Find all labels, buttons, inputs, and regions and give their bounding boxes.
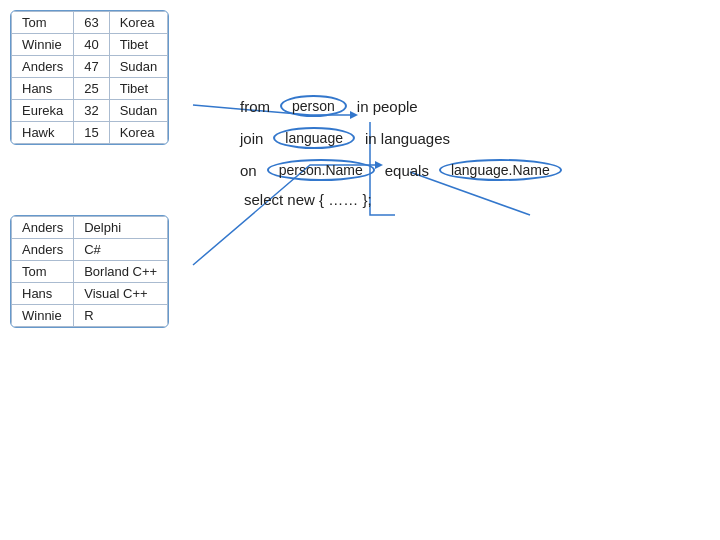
table-cell: Tom [12, 12, 74, 34]
table-cell: Hans [12, 283, 74, 305]
equals-text: equals [385, 162, 429, 179]
table-cell: Korea [109, 122, 168, 144]
query-area: from person in people join language in l… [240, 95, 568, 218]
table-cell: Sudan [109, 100, 168, 122]
table-cell: Hans [12, 78, 74, 100]
in-languages-text: in languages [365, 130, 450, 147]
table-row: HansVisual C++ [12, 283, 168, 305]
main-container: Tom63KoreaWinnie40TibetAnders47SudanHans… [0, 0, 720, 540]
select-text: select new { …… }; [244, 191, 372, 208]
join-keyword: join [240, 130, 263, 147]
table-cell: Sudan [109, 56, 168, 78]
table-cell: Anders [12, 217, 74, 239]
table-row: Hawk15Korea [12, 122, 168, 144]
table-cell: Korea [109, 12, 168, 34]
table-cell: R [74, 305, 168, 327]
join-line: join language in languages [240, 127, 568, 149]
person-oval: person [280, 95, 347, 117]
table-cell: C# [74, 239, 168, 261]
table-row: AndersDelphi [12, 217, 168, 239]
table-cell: Borland C++ [74, 261, 168, 283]
table-cell: 63 [74, 12, 109, 34]
table-cell: Hawk [12, 122, 74, 144]
table-row: Anders47Sudan [12, 56, 168, 78]
table-row: Winnie40Tibet [12, 34, 168, 56]
table-cell: Winnie [12, 305, 74, 327]
from-keyword: from [240, 98, 270, 115]
table-row: WinnieR [12, 305, 168, 327]
table-cell: Tom [12, 261, 74, 283]
on-keyword: on [240, 162, 257, 179]
table-cell: 40 [74, 34, 109, 56]
table-cell: Anders [12, 239, 74, 261]
table-row: AndersC# [12, 239, 168, 261]
person-name-oval: person.Name [267, 159, 375, 181]
table-row: Tom63Korea [12, 12, 168, 34]
from-line: from person in people [240, 95, 568, 117]
table-cell: 25 [74, 78, 109, 100]
in-people-text: in people [357, 98, 418, 115]
table-cell: Delphi [74, 217, 168, 239]
table-cell: Tibet [109, 34, 168, 56]
languages-table: AndersDelphiAndersC#TomBorland C++HansVi… [10, 215, 169, 328]
table-row: TomBorland C++ [12, 261, 168, 283]
table-cell: Anders [12, 56, 74, 78]
table-cell: Tibet [109, 78, 168, 100]
table-cell: 15 [74, 122, 109, 144]
table-cell: Visual C++ [74, 283, 168, 305]
table-cell: 32 [74, 100, 109, 122]
language-name-oval: language.Name [439, 159, 562, 181]
people-table: Tom63KoreaWinnie40TibetAnders47SudanHans… [10, 10, 169, 145]
table-cell: Eureka [12, 100, 74, 122]
language-oval: language [273, 127, 355, 149]
select-line: select new { …… }; [240, 191, 568, 208]
table-row: Eureka32Sudan [12, 100, 168, 122]
table-cell: 47 [74, 56, 109, 78]
table-row: Hans25Tibet [12, 78, 168, 100]
on-line: on person.Name equals language.Name [240, 159, 568, 181]
table-cell: Winnie [12, 34, 74, 56]
